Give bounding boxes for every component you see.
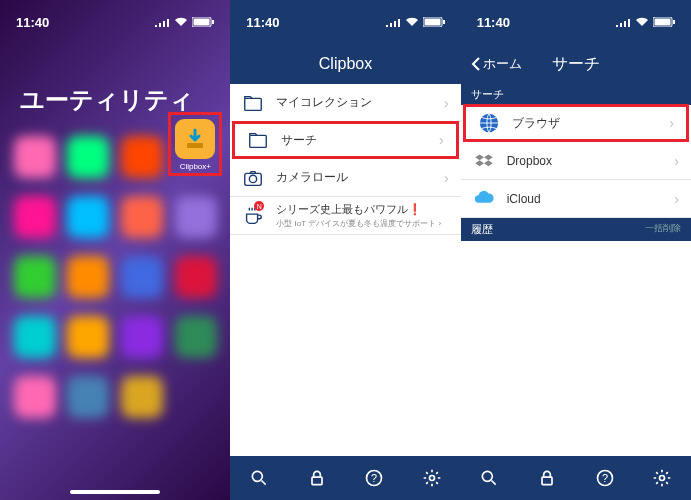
blurred-app[interactable]: [14, 256, 56, 298]
bottom-bar: ?: [230, 456, 460, 500]
gear-icon[interactable]: [652, 468, 672, 488]
svg-text:?: ?: [602, 472, 608, 484]
bottom-bar: ?: [461, 456, 691, 500]
camera-icon: [242, 167, 264, 189]
search-screen: 11:40 ホーム サーチ サーチ ブラウザ›Dropbox›iCloud›履歴…: [461, 0, 691, 500]
clipbox-main-screen: 11:40 Clipbox マイコレクション›サーチ›カメラロール›Nシリーズ史…: [230, 0, 460, 500]
svg-rect-18: [673, 20, 675, 24]
signal-icon: [154, 17, 170, 27]
row-label: マイコレクション: [276, 94, 444, 111]
list-row[interactable]: マイコレクション›: [230, 84, 460, 122]
svg-point-15: [429, 476, 434, 481]
nav-title: Clipbox: [319, 55, 372, 73]
nav-header: Clipbox: [230, 44, 460, 84]
list-row[interactable]: ブラウザ›: [463, 104, 689, 142]
chevron-right-icon: ›: [669, 115, 674, 131]
blurred-app[interactable]: [121, 136, 163, 178]
blurred-app[interactable]: [175, 316, 217, 358]
status-bar: 11:40: [461, 0, 691, 44]
list-row[interactable]: Dropbox›: [461, 142, 691, 180]
help-icon[interactable]: ?: [595, 468, 615, 488]
signal-icon: [385, 17, 401, 27]
nav-header: ホーム サーチ: [461, 44, 691, 84]
back-button[interactable]: ホーム: [471, 55, 522, 73]
home-indicator[interactable]: [70, 490, 160, 494]
svg-point-10: [250, 175, 257, 182]
row-label: サーチ: [281, 132, 439, 149]
blurred-app[interactable]: [14, 316, 56, 358]
clipbox-app[interactable]: Clipbox+: [168, 112, 222, 176]
svg-text:?: ?: [371, 472, 377, 484]
list-row[interactable]: サーチ›: [232, 121, 458, 159]
chevron-right-icon: ›: [439, 132, 444, 148]
svg-point-11: [252, 471, 262, 481]
svg-rect-5: [424, 19, 440, 26]
search-icon[interactable]: [249, 468, 269, 488]
row-label: カメラロール: [276, 169, 444, 186]
status-indicators: [615, 17, 675, 27]
status-bar: 11:40: [0, 0, 230, 44]
blurred-app[interactable]: [121, 196, 163, 238]
clipbox-icon: [175, 119, 215, 159]
row-label: ブラウザ: [512, 115, 670, 132]
status-time: 11:40: [477, 15, 510, 30]
help-icon[interactable]: ?: [364, 468, 384, 488]
search-list: ブラウザ›Dropbox›iCloud›履歴一括削除: [461, 105, 691, 456]
row-label: Dropbox: [507, 154, 675, 168]
blurred-app[interactable]: [121, 256, 163, 298]
lock-icon[interactable]: [307, 468, 327, 488]
status-time: 11:40: [16, 15, 49, 30]
gear-icon[interactable]: [422, 468, 442, 488]
status-indicators: [385, 17, 445, 27]
blurred-app[interactable]: [67, 256, 109, 298]
search-icon[interactable]: [479, 468, 499, 488]
svg-rect-3: [187, 143, 203, 148]
promo-text: シリーズ史上最もパワフル❗小型 IoT デバイスが夏も冬も温度でサポート ›: [276, 202, 441, 229]
svg-rect-7: [245, 98, 262, 110]
blurred-app[interactable]: [14, 196, 56, 238]
battery-icon: [192, 17, 214, 27]
wifi-icon: [174, 17, 188, 27]
back-label: ホーム: [483, 55, 522, 73]
blurred-app[interactable]: [67, 376, 109, 418]
chevron-right-icon: ›: [444, 170, 449, 186]
battery-icon: [423, 17, 445, 27]
nav-title: サーチ: [552, 54, 600, 75]
status-bar: 11:40: [230, 0, 460, 44]
row-label: iCloud: [507, 192, 675, 206]
globe-icon: [478, 112, 500, 134]
promo-row[interactable]: Nシリーズ史上最もパワフル❗小型 IoT デバイスが夏も冬も温度でサポート ›: [230, 197, 460, 235]
section-label: サーチ: [461, 84, 691, 105]
blurred-app[interactable]: [67, 196, 109, 238]
list-row[interactable]: iCloud›: [461, 180, 691, 218]
dropbox-icon: [473, 150, 495, 172]
lock-icon[interactable]: [537, 468, 557, 488]
svg-rect-8: [250, 135, 267, 147]
list-row[interactable]: カメラロール›: [230, 159, 460, 197]
blurred-app[interactable]: [14, 136, 56, 178]
svg-rect-1: [194, 19, 210, 26]
delete-all-button[interactable]: 一括削除: [645, 222, 681, 237]
app-label: Clipbox+: [173, 162, 217, 171]
chevron-right-icon: ›: [444, 95, 449, 111]
signal-icon: [615, 17, 631, 27]
blurred-app[interactable]: [121, 376, 163, 418]
battery-icon: [653, 17, 675, 27]
app-grid: [0, 136, 230, 418]
blurred-app[interactable]: [175, 256, 217, 298]
blurred-app[interactable]: [67, 316, 109, 358]
blurred-app[interactable]: [175, 196, 217, 238]
status-indicators: [154, 17, 214, 27]
folder-icon: [242, 92, 264, 114]
blurred-app[interactable]: [121, 316, 163, 358]
blurred-app[interactable]: [67, 136, 109, 178]
svg-point-20: [483, 471, 493, 481]
svg-rect-17: [654, 19, 670, 26]
blurred-app[interactable]: [14, 376, 56, 418]
chevron-right-icon: ›: [674, 153, 679, 169]
chevron-right-icon: ›: [674, 191, 679, 207]
svg-rect-2: [212, 20, 214, 24]
history-header: 履歴一括削除: [461, 218, 691, 241]
icloud-icon: [473, 188, 495, 210]
svg-point-24: [660, 476, 665, 481]
